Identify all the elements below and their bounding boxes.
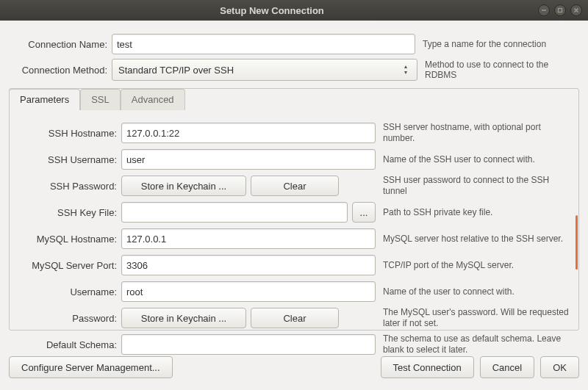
cancel-button[interactable]: Cancel [480,356,534,378]
username-row: Username: Name of the user to connect wi… [17,281,571,303]
connection-name-input[interactable] [112,34,415,54]
ssh-hostname-hint: SSH server hostname, with optional port … [376,122,571,144]
connection-method-label: Connection Method: [9,65,112,76]
connection-method-hint: Method to use to connect to the RDBMS [417,59,579,80]
ssh-hostname-label: SSH Hostname: [17,128,121,139]
connection-name-row: Connection Name: Type a name for the con… [9,34,579,54]
password-label: Password: [17,313,121,324]
maximize-icon[interactable] [554,4,566,16]
tabs-header: Parameters SSL Advanced [9,88,578,109]
ssh-hostname-input[interactable] [121,123,376,143]
ssh-password-hint: SSH user password to connect to the SSH … [376,175,571,197]
connection-method-row: Connection Method: Standard TCP/IP over … [9,59,579,81]
ssh-keyfile-input[interactable] [121,202,348,223]
ssh-keyfile-hint: Path to SSH private key file. [376,207,571,218]
configure-server-management-button[interactable]: Configure Server Management... [9,356,173,378]
mysql-hostname-label: MySQL Hostname: [17,234,121,245]
test-connection-button[interactable]: Test Connection [381,356,474,378]
close-icon[interactable] [570,4,582,16]
mysql-port-hint: TCP/IP port of the MySQL server. [376,260,571,271]
ssh-username-input[interactable] [121,149,376,170]
connection-name-label: Connection Name: [9,39,112,50]
window-controls [538,4,582,16]
ssh-password-row: SSH Password: Store in Keychain ... Clea… [17,175,571,197]
password-store-button[interactable]: Store in Keychain ... [121,308,246,328]
ssh-password-label: SSH Password: [17,181,121,192]
connection-name-hint: Type a name for the connection [415,39,579,49]
password-row: Password: Store in Keychain ... Clear Th… [17,307,571,329]
content-area: Connection Name: Type a name for the con… [0,21,588,331]
ssh-username-row: SSH Username: Name of the SSH user to co… [17,148,571,170]
tab-advanced[interactable]: Advanced [121,89,185,110]
ssh-password-store-button[interactable]: Store in Keychain ... [121,176,246,196]
dropdown-arrows-icon: ▴▾ [401,64,411,76]
ssh-keyfile-browse-button[interactable]: ... [352,202,376,223]
mysql-hostname-hint: MySQL server host relative to the SSH se… [376,234,571,245]
username-label: Username: [17,286,121,297]
tabs-container: Parameters SSL Advanced SSH Hostname: SS… [9,88,579,331]
connection-method-value: Standard TCP/IP over SSH [118,65,401,76]
ok-button[interactable]: OK [540,356,579,378]
tab-parameters[interactable]: Parameters [9,89,80,110]
minimize-icon[interactable] [538,4,550,16]
ssh-username-label: SSH Username: [17,154,121,165]
tab-parameters-body: SSH Hostname: SSH server hostname, with … [10,110,578,364]
mysql-hostname-input[interactable] [121,228,376,249]
ssh-keyfile-row: SSH Key File: ... Path to SSH private ke… [17,201,571,223]
footer: Configure Server Management... Test Conn… [0,352,588,390]
ssh-password-clear-button[interactable]: Clear [251,176,339,196]
svg-rect-1 [559,9,562,12]
password-clear-button[interactable]: Clear [251,308,339,328]
username-input[interactable] [121,281,376,302]
mysql-port-label: MySQL Server Port: [17,260,121,271]
default-schema-label: Default Schema: [17,339,121,350]
username-hint: Name of the user to connect with. [376,286,571,297]
mysql-port-row: MySQL Server Port: TCP/IP port of the My… [17,254,571,276]
ssh-hostname-row: SSH Hostname: SSH server hostname, with … [17,122,571,144]
window-title: Setup New Connection [6,5,538,16]
password-hint: The MySQL user's password. Will be reque… [376,307,571,329]
tab-ssl[interactable]: SSL [80,89,121,110]
mysql-hostname-row: MySQL Hostname: MySQL server host relati… [17,228,571,250]
ssh-keyfile-label: SSH Key File: [17,207,121,218]
connection-method-dropdown[interactable]: Standard TCP/IP over SSH ▴▾ [112,59,417,81]
mysql-port-input[interactable] [121,255,376,275]
overlay-scrollbar[interactable] [576,215,578,270]
titlebar: Setup New Connection [0,0,588,21]
ssh-username-hint: Name of the SSH user to connect with. [376,154,571,165]
